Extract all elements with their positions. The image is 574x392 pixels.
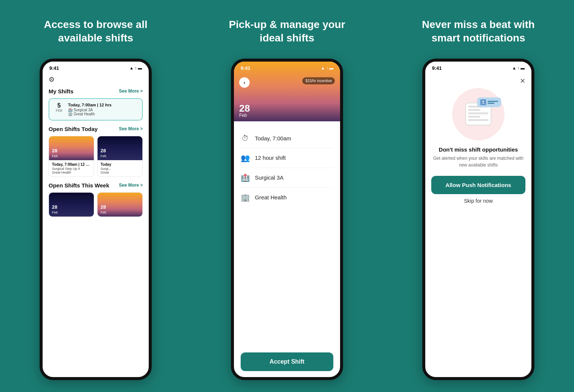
open-shift-card-1[interactable]: 28 Feb Today, 7:00am | 12 hrs Surgical S… <box>49 136 94 177</box>
my-shifts-header: My Shifts See More > <box>49 88 143 94</box>
detail-row-time: ⏱ Today, 7:00am <box>241 129 333 148</box>
phone-1: 9:41 ▲ ↑ ▬ ⚙ My Shifts See More > 5 Feb … <box>40 59 152 380</box>
phone1-icons: ▲ ↑ ▬ <box>130 66 142 70</box>
panel-3-title: Never miss a beat with smart notificatio… <box>415 18 542 45</box>
phone3-status-bar: 9:41 ▲ ↑ ▬ <box>425 62 531 72</box>
card1-body: Today, 7:00am | 12 hrs Surgical Step Up … <box>49 160 94 177</box>
card3-date: 28 Feb <box>52 205 58 214</box>
illus-avatar <box>480 99 486 105</box>
shift-info: Today, 7:00am | 12 hrs 🏥 Surgical 3A 🏢 G… <box>68 103 138 116</box>
illus-bubble-lines <box>488 101 498 104</box>
phone2-time: 9:41 <box>241 65 250 71</box>
illus-phone <box>465 103 491 125</box>
card1-org: Great Health <box>52 171 91 174</box>
phone2-date-badge: 28 Feb <box>239 103 250 118</box>
card2-org-text: Great <box>101 171 109 174</box>
see-more-my-shifts[interactable]: See More > <box>119 88 143 94</box>
card2-dept: Surgi... <box>101 167 139 171</box>
card3-date-month: Feb <box>52 211 58 214</box>
see-more-open-today[interactable]: See More > <box>119 126 143 131</box>
svg-point-0 <box>482 101 484 102</box>
phone2-date-num: 28 <box>239 103 250 113</box>
card1-dept-text: Surgical Step Up II <box>52 167 80 171</box>
accept-shift-button[interactable]: Accept Shift <box>241 352 333 371</box>
open-shifts-week-label: Open Shifts This Week <box>49 182 109 189</box>
card4-date-month: Feb <box>101 211 107 214</box>
phone2-body: ⏱ Today, 7:00am 👥 12 hour shift 🏥 Surgic… <box>234 121 340 377</box>
detail-row-dept: 🏥 Surgical 3A <box>241 168 333 188</box>
shift-dept-text: Surgical 3A <box>74 108 93 112</box>
org-icon: 🏢 <box>68 112 72 116</box>
shift-date-num: 5 <box>58 103 61 109</box>
phone3-icons: ▲ ↑ ▬ <box>512 66 525 70</box>
phone2-status-bar: 9:41 ▲ ↑ ▬ <box>234 62 340 72</box>
card3-image: 28 Feb <box>49 193 94 217</box>
card3-date-num: 28 <box>52 204 57 210</box>
shift-dept: 🏥 Surgical 3A <box>68 108 138 112</box>
settings-icon[interactable]: ⚙ <box>49 75 143 84</box>
illus-bubble-line-1 <box>488 101 498 102</box>
shift-time: Today, 7:00am | 12 hrs <box>68 103 138 107</box>
phone3-content: ✕ <box>425 72 531 377</box>
hospital-icon: 🏥 <box>241 173 250 182</box>
open-shift-card-4[interactable]: 28 Feb <box>97 192 143 217</box>
card4-date: 28 Feb <box>101 205 107 214</box>
detail-time-text: Today, 7:00am <box>255 135 291 141</box>
my-shift-card: 5 Feb Today, 7:00am | 12 hrs 🏥 Surgical … <box>49 98 143 121</box>
phone-3: 9:41 ▲ ↑ ▬ ✕ <box>422 59 534 380</box>
avatar-icon <box>481 100 485 104</box>
open-shifts-week-header: Open Shifts This Week See More > <box>49 182 143 189</box>
open-shifts-row: 28 Feb Today, 7:00am | 12 hrs Surgical S… <box>49 136 143 177</box>
phone2-header-area: 9:41 ▲ ↑ ▬ ‹ $15/hr incentive 28 Feb <box>234 62 340 121</box>
card1-dept: Surgical Step Up II <box>52 167 91 171</box>
illus-line-5 <box>468 119 488 121</box>
open-shift-card-3[interactable]: 28 Feb <box>49 192 94 217</box>
illus-line-2 <box>468 109 480 111</box>
detail-duration-text: 12 hour shift <box>255 155 286 161</box>
skip-for-now-button[interactable]: Skip for now <box>431 198 525 204</box>
card1-date-month: Feb <box>52 154 58 158</box>
illus-notification-bubble <box>477 97 501 107</box>
card2-date: 28 Feb <box>101 148 107 158</box>
card1-image: 28 Feb <box>49 136 94 160</box>
building-icon: 🏥 <box>68 108 72 112</box>
back-button[interactable]: ‹ <box>239 77 250 88</box>
panel-1-title: Access to browse all available shifts <box>32 18 159 45</box>
detail-row-org: 🏢 Great Health <box>241 188 333 207</box>
illus-bubble-line-2 <box>488 103 494 104</box>
card4-image: 28 Feb <box>98 193 142 217</box>
my-shifts-label: My Shifts <box>49 88 74 94</box>
shift-org-text: Great Health <box>74 112 95 116</box>
card1-date-num: 28 <box>52 148 57 153</box>
open-shifts-week-row: 28 Feb 28 Feb <box>49 192 143 217</box>
card1-time: Today, 7:00am | 12 hrs <box>52 162 91 167</box>
card2-image: 28 Feb <box>98 136 142 160</box>
see-more-open-week[interactable]: See More > <box>119 183 143 188</box>
allow-push-notifications-button[interactable]: Allow Push Notifications <box>431 176 525 194</box>
building-icon-2: 🏢 <box>241 193 250 202</box>
phone2-icons: ▲ ↑ ▬ <box>321 66 334 70</box>
close-icon[interactable]: ✕ <box>520 77 525 85</box>
shift-org: 🏢 Great Health <box>68 112 138 116</box>
card2-body: Today Surgi... Great <box>98 160 142 177</box>
card1-org-text: Great Health <box>52 171 71 174</box>
clock-icon: ⏱ <box>241 134 250 143</box>
open-shifts-today-label: Open Shifts Today <box>49 126 98 132</box>
panel-2: Pick-up & manage your ideal shifts 9:41 … <box>191 0 383 392</box>
notification-illustration <box>452 88 504 140</box>
panel-1: Access to browse all available shifts 9:… <box>0 0 191 392</box>
incentive-badge: $15/hr incentive <box>302 77 335 84</box>
notification-desc: Get alerted when your skills are matched… <box>431 155 525 168</box>
phone3-time: 9:41 <box>432 65 442 71</box>
shift-date-month: Feb <box>56 109 62 112</box>
phone1-status-bar: 9:41 ▲ ↑ ▬ <box>43 62 149 72</box>
card2-date-month: Feb <box>101 154 107 158</box>
card2-date-num: 28 <box>101 148 106 153</box>
phone-2: 9:41 ▲ ↑ ▬ ‹ $15/hr incentive 28 Feb ⏱ T… <box>231 59 343 380</box>
close-row: ✕ <box>431 77 525 85</box>
illus-line-4 <box>468 116 480 118</box>
card2-dept-text: Surgi... <box>101 167 111 171</box>
shift-date-badge: 5 Feb <box>54 103 64 112</box>
open-shift-card-2[interactable]: 28 Feb Today Surgi... Great <box>97 136 143 177</box>
phone1-content: ⚙ My Shifts See More > 5 Feb Today, 7:00… <box>43 72 149 377</box>
